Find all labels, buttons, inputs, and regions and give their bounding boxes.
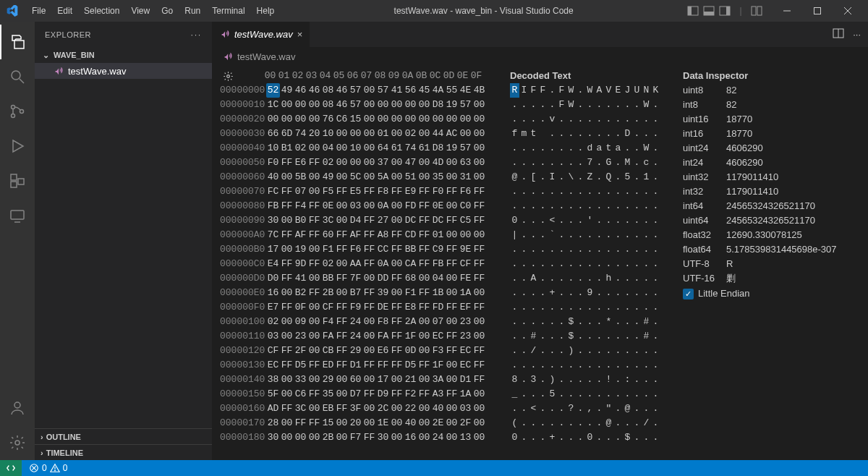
decoded-char[interactable]: . <box>519 387 529 401</box>
hex-byte[interactable]: 00 <box>362 112 376 127</box>
maximize-button[interactable] <box>803 0 832 22</box>
decoded-char[interactable]: . <box>595 184 604 199</box>
hex-byte[interactable]: FF <box>307 156 321 170</box>
decoded-char[interactable]: . <box>510 141 519 156</box>
decoded-char[interactable]: v <box>548 112 557 127</box>
hex-row[interactable]: 0000011003002300FAFF2400FAFF1F00ECFF2300 <box>220 329 510 344</box>
split-editor-icon[interactable] <box>833 27 844 41</box>
decoded-row[interactable]: (.........@.../. <box>510 416 673 430</box>
decoded-row[interactable]: ................ <box>510 257 673 271</box>
hex-byte[interactable]: C9 <box>431 242 445 257</box>
decoded-char[interactable]: . <box>576 373 585 387</box>
hex-byte[interactable]: 00 <box>431 112 445 127</box>
hex-byte[interactable]: 00 <box>335 199 349 213</box>
decoded-char[interactable]: . <box>510 344 519 358</box>
hex-byte[interactable]: 00 <box>417 329 431 344</box>
decoded-char[interactable]: . <box>576 112 585 127</box>
hex-byte[interactable]: FF <box>445 329 459 344</box>
decoded-char[interactable]: . <box>595 127 604 141</box>
decoded-char[interactable]: . <box>510 315 519 329</box>
decoded-char[interactable]: . <box>585 358 595 373</box>
hex-byte[interactable]: FF <box>280 401 294 416</box>
decoded-char[interactable]: . <box>548 141 557 156</box>
hex-byte[interactable]: 00 <box>390 401 404 416</box>
decoded-char[interactable]: . <box>623 98 632 112</box>
hex-byte[interactable]: E6 <box>376 344 390 358</box>
hex-byte[interactable]: FF <box>390 387 404 401</box>
decoded-char[interactable]: . <box>595 98 604 112</box>
hex-byte[interactable]: 00 <box>417 373 431 387</box>
hex-byte[interactable]: 0A <box>376 199 390 213</box>
hex-byte[interactable]: 38 <box>266 373 280 387</box>
decoded-char[interactable]: . <box>623 387 632 401</box>
hex-byte[interactable]: 00 <box>335 373 349 387</box>
decoded-char[interactable]: . <box>632 170 642 184</box>
decoded-char[interactable]: . <box>642 184 651 199</box>
decoded-row[interactable]: ..#...$.......#. <box>510 329 673 344</box>
inspector-row-UTF-8[interactable]: UTF-8R <box>683 257 861 271</box>
decoded-char[interactable]: . <box>585 199 595 213</box>
hex-byte[interactable]: FF <box>280 300 294 315</box>
decoded-char[interactable]: . <box>613 199 623 213</box>
layout-primary-icon[interactable] <box>687 5 699 17</box>
decoded-char[interactable]: . <box>557 127 566 141</box>
decoded-char[interactable]: . <box>566 127 576 141</box>
decoded-char[interactable]: . <box>585 228 595 242</box>
hex-byte[interactable]: 02 <box>321 156 335 170</box>
decoded-char[interactable]: . <box>613 242 623 257</box>
decoded-char[interactable]: . <box>642 127 651 141</box>
hex-byte[interactable]: 57 <box>376 83 390 98</box>
hex-byte[interactable]: 0D <box>404 344 417 358</box>
hex-byte[interactable]: FF <box>417 228 431 242</box>
decoded-char[interactable]: h <box>604 271 613 286</box>
decoded-char[interactable]: . <box>576 401 585 416</box>
hex-byte[interactable]: FF <box>307 228 321 242</box>
hex-byte[interactable]: 00 <box>390 127 404 141</box>
hex-byte[interactable]: C5 <box>459 213 472 228</box>
decoded-char[interactable]: . <box>651 373 660 387</box>
hex-byte[interactable]: 00 <box>362 373 376 387</box>
decoded-char[interactable]: . <box>538 300 548 315</box>
decoded-char[interactable]: . <box>613 430 623 445</box>
hex-byte[interactable]: 52 <box>266 83 280 98</box>
hex-byte[interactable]: FF <box>390 329 404 344</box>
decoded-char[interactable]: . <box>613 358 623 373</box>
decoded-char[interactable]: W <box>566 83 576 98</box>
hex-row[interactable]: 000001403800330029006000170021003A00D1FF <box>220 373 510 387</box>
hex-byte[interactable]: 00 <box>445 170 459 184</box>
decoded-char[interactable]: . <box>651 344 660 358</box>
hex-row[interactable]: 000000101C0000000846570000000000D8195700 <box>220 98 510 112</box>
decoded-char[interactable]: . <box>651 416 660 430</box>
decoded-char[interactable]: . <box>595 271 604 286</box>
decoded-char[interactable]: . <box>519 98 529 112</box>
decoded-char[interactable]: . <box>538 184 548 199</box>
hex-byte[interactable]: 5B <box>294 170 307 184</box>
hex-byte[interactable]: FF <box>335 184 349 199</box>
layout-secondary-icon[interactable] <box>719 5 731 17</box>
folder-root[interactable]: ⌄ WAVE_BIN <box>35 47 212 63</box>
decoded-char[interactable]: . <box>632 286 642 300</box>
menu-file[interactable]: File <box>26 3 51 19</box>
decoded-char[interactable]: # <box>642 329 651 344</box>
decoded-char[interactable]: . <box>529 387 538 401</box>
decoded-char[interactable]: . <box>566 358 576 373</box>
menu-edit[interactable]: Edit <box>51 3 78 19</box>
decoded-char[interactable]: . <box>510 98 519 112</box>
hex-byte[interactable]: 00 <box>390 213 404 228</box>
hex-byte[interactable]: 19 <box>445 98 459 112</box>
hex-byte[interactable]: 3C <box>294 401 307 416</box>
decoded-char[interactable]: . <box>613 329 623 344</box>
hex-byte[interactable]: AF <box>294 228 307 242</box>
inspector-row-int8[interactable]: int882 <box>683 98 861 112</box>
decoded-char[interactable]: . <box>576 344 585 358</box>
decoded-char[interactable]: . <box>548 358 557 373</box>
decoded-char[interactable]: . <box>642 112 651 127</box>
decoded-char[interactable]: . <box>529 315 538 329</box>
hex-byte[interactable]: 00 <box>307 271 321 286</box>
decoded-char[interactable]: . <box>566 184 576 199</box>
decoded-char[interactable]: . <box>595 344 604 358</box>
decoded-char[interactable]: * <box>604 315 613 329</box>
hex-byte[interactable]: 00 <box>307 401 321 416</box>
decoded-char[interactable]: . <box>623 315 632 329</box>
decoded-char[interactable]: . <box>576 199 585 213</box>
